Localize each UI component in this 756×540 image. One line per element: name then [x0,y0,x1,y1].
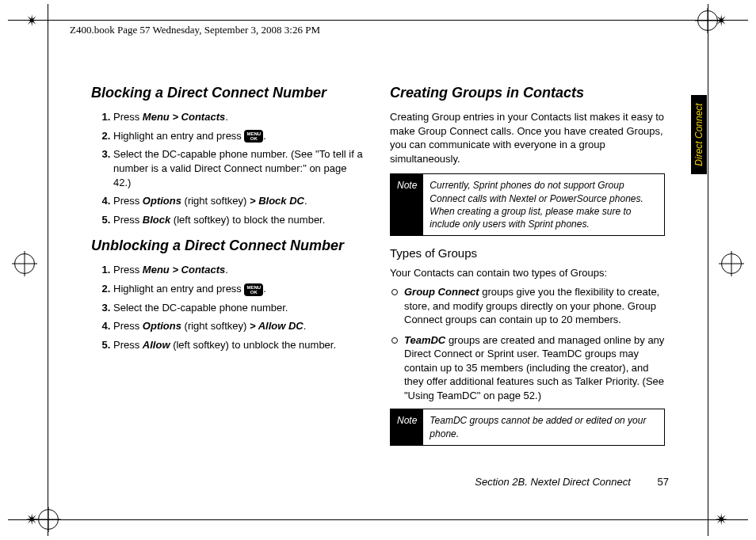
gear-icon: ✴ [25,511,41,527]
list-item: TeamDC groups are created and managed on… [401,333,665,403]
note-box: Note TeamDC groups cannot be added or ed… [390,409,665,445]
note-text: Currently, Sprint phones do not support … [423,174,664,235]
group-types-list: Group Connect groups give you the flexib… [390,285,665,402]
menu-ok-key-icon: MENUOK [244,283,263,296]
list-item: Press Options (right softkey) > Block DC… [113,194,366,208]
gear-icon: ✴ [25,13,41,29]
list-item: Press Options (right softkey) > Allow DC… [113,319,366,333]
list-item: Press Allow (left softkey) to unblock th… [113,338,366,352]
gear-icon: ✴ [715,511,731,527]
page-footer: Section 2B. Nextel Direct Connect 57 [475,476,669,488]
heading-blocking: Blocking a Direct Connect Number [91,83,366,102]
registration-mark-icon [721,253,742,274]
side-tab-label: Direct Connect [693,103,704,165]
intro-paragraph: Creating Group entries in your Contacts … [390,110,665,165]
crop-mark [8,519,748,520]
right-column: Creating Groups in Contacts Creating Gro… [390,83,665,485]
note-box: Note Currently, Sprint phones do not sup… [390,173,665,236]
blocking-steps: Press Menu > Contacts. Highlight an entr… [91,110,366,226]
list-item: Select the DC-capable phone number. [113,301,366,315]
book-header: Z400.book Page 57 Wednesday, September 3… [70,24,320,36]
heading-unblocking: Unblocking a Direct Connect Number [91,236,366,255]
list-item: Highlight an entry and press MENUOK. [113,129,366,143]
types-intro: Your Contacts can contain two types of G… [390,266,665,280]
crop-mark [708,4,708,536]
list-item: Press Menu > Contacts. [113,263,366,277]
registration-mark-icon [14,253,35,274]
crop-mark [8,20,748,21]
heading-creating-groups: Creating Groups in Contacts [390,83,665,102]
list-item: Press Menu > Contacts. [113,110,366,124]
heading-types-of-groups: Types of Groups [390,245,665,261]
side-tab: Direct Connect [691,95,707,174]
list-item: Group Connect groups give you the flexib… [401,285,665,327]
menu-ok-key-icon: MENUOK [244,130,263,143]
section-label: Section 2B. Nextel Direct Connect [475,476,631,488]
page-number: 57 [658,476,669,488]
note-label: Note [391,409,423,444]
list-item: Highlight an entry and press MENUOK. [113,282,366,296]
gear-icon: ✴ [715,13,731,29]
crop-mark [48,4,48,536]
list-item: Press Block (left softkey) to block the … [113,213,366,227]
unblocking-steps: Press Menu > Contacts. Highlight an entr… [91,263,366,352]
note-text: TeamDC groups cannot be added or edited … [423,409,664,444]
list-item: Select the DC-capable phone number. (See… [113,147,366,189]
page-content: Blocking a Direct Connect Number Press M… [91,83,665,485]
left-column: Blocking a Direct Connect Number Press M… [91,83,366,485]
note-label: Note [391,174,423,235]
